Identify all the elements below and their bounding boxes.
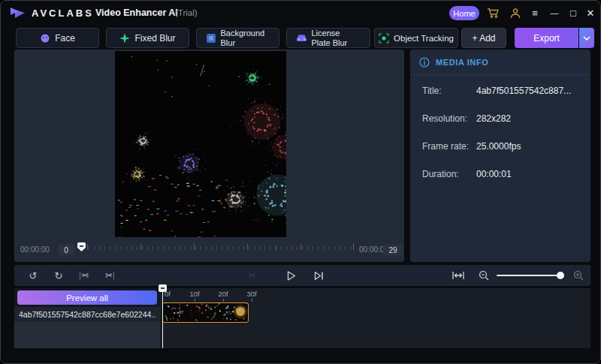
scrubber-ruler[interactable] xyxy=(87,244,354,250)
start-timecode: 00:00:00 xyxy=(20,245,50,254)
clip-list-panel: Preview all 4ab7f501557542c887cc68e7e602… xyxy=(14,288,160,348)
play-button[interactable] xyxy=(283,265,300,286)
undo-icon: ↺ xyxy=(29,270,38,281)
delete-clip-icon: ✂ xyxy=(249,270,256,281)
menu-icon[interactable]: ≡ xyxy=(528,7,542,19)
next-frame-icon xyxy=(314,271,324,281)
close-button[interactable]: ✕ xyxy=(584,7,597,19)
scissors-right-icon: ✂ xyxy=(105,270,113,281)
fireworks-frame xyxy=(115,51,286,237)
scrubber-playhead[interactable] xyxy=(77,242,86,251)
media-info-panel: MEDIA INFO Title: 4ab7f501557542c887... … xyxy=(410,50,590,262)
ruler-label-20f: 20f xyxy=(218,290,228,298)
fit-timeline-button[interactable] xyxy=(450,265,467,286)
add-button[interactable]: + Add xyxy=(461,28,506,48)
zoom-in-icon xyxy=(573,270,584,281)
playback-controls: ↺ ↻ ✂ ✂ ✂ xyxy=(14,265,590,286)
export-split-button: Export xyxy=(515,28,594,48)
trial-badge: (Trial) xyxy=(175,8,198,17)
divider xyxy=(410,74,590,75)
toolbar: Face Fixed Blur Background Blur License … xyxy=(1,26,600,48)
timeline-track-area[interactable]: 0f 10f 20f 30f xyxy=(160,288,590,348)
trim-right-button[interactable]: ✂ xyxy=(101,265,118,286)
scissors-left-icon: ✂ xyxy=(81,270,89,281)
clip-filmstrip[interactable] xyxy=(162,302,249,323)
user-icon[interactable] xyxy=(509,7,522,19)
trim-left-button[interactable]: ✂ xyxy=(76,265,92,286)
preview-panel: 00:00:00 0 00:00:01 29 xyxy=(14,50,404,262)
sparkle-icon xyxy=(119,33,130,44)
face-icon xyxy=(40,33,50,44)
license-plate-blur-button[interactable]: License Plate Blur xyxy=(286,28,370,48)
play-icon xyxy=(287,271,296,281)
avclabs-logo-icon xyxy=(10,6,26,20)
trim-mark xyxy=(80,272,80,279)
video-preview xyxy=(115,51,286,237)
zoom-in-button[interactable] xyxy=(570,265,587,286)
trim-mark xyxy=(113,272,114,279)
filmstrip-thumbnails xyxy=(163,303,247,321)
timeline-section: Preview all 4ab7f501557542c887cc68e7e602… xyxy=(14,288,590,348)
clip-list-item[interactable]: 4ab7f501557542c887cc68e7e602244... xyxy=(14,307,160,322)
ruler-label-10f: 10f xyxy=(189,290,199,298)
minimize-button[interactable]: — xyxy=(548,7,561,19)
zoom-out-icon xyxy=(479,270,489,281)
scrubber-bar: 00:00:00 0 00:00:01 29 xyxy=(14,237,404,262)
export-button[interactable]: Export xyxy=(515,28,578,48)
app-window: AVCLABS Video Enhancer AI (Trial) Home ≡… xyxy=(0,0,601,364)
redo-icon: ↻ xyxy=(55,270,63,281)
maximize-button[interactable]: □ xyxy=(566,7,580,19)
ruler-tick xyxy=(252,299,252,302)
zoom-slider-handle[interactable] xyxy=(557,272,564,279)
background-blur-button[interactable]: Background Blur xyxy=(196,28,279,48)
background-blur-icon xyxy=(206,33,216,44)
info-icon xyxy=(419,57,430,68)
end-frame-box: 29 xyxy=(383,245,403,255)
next-frame-button[interactable] xyxy=(310,265,327,286)
timeline-zoom-slider[interactable] xyxy=(497,275,563,276)
clip-list-empty xyxy=(14,322,160,348)
brand-name: AVCLABS xyxy=(32,8,94,19)
cart-icon[interactable] xyxy=(486,7,500,19)
delete-clip-button-disabled: ✂ xyxy=(244,265,261,286)
ruler-label-30f: 30f xyxy=(246,290,256,298)
chevron-down-icon xyxy=(583,36,590,41)
zoom-out-button[interactable] xyxy=(476,265,492,286)
face-button[interactable]: Face xyxy=(16,28,99,48)
license-plate-icon xyxy=(296,34,307,43)
start-frame-box: 0 xyxy=(58,245,74,255)
preview-all-button[interactable]: Preview all xyxy=(17,290,157,305)
home-button[interactable]: Home xyxy=(449,6,479,20)
fixed-blur-button[interactable]: Fixed Blur xyxy=(106,28,189,48)
object-tracking-button[interactable]: Object Tracking xyxy=(374,28,458,48)
timeline-playhead[interactable] xyxy=(159,284,167,292)
app-title: Video Enhancer AI xyxy=(95,8,178,18)
titlebar: AVCLABS Video Enhancer AI (Trial) Home ≡… xyxy=(1,1,600,25)
fit-width-icon xyxy=(452,271,464,280)
clip-name: 4ab7f501557542c887cc68e7e602244... xyxy=(19,310,156,319)
redo-button[interactable]: ↻ xyxy=(50,265,67,286)
object-tracking-icon xyxy=(379,33,389,44)
ruler-tick xyxy=(195,299,195,302)
media-info-title: MEDIA INFO xyxy=(436,58,488,67)
undo-button[interactable]: ↺ xyxy=(25,265,41,286)
timeline-playhead-line xyxy=(162,291,164,348)
ruler-tick xyxy=(223,299,224,302)
export-dropdown-button[interactable] xyxy=(579,28,594,48)
